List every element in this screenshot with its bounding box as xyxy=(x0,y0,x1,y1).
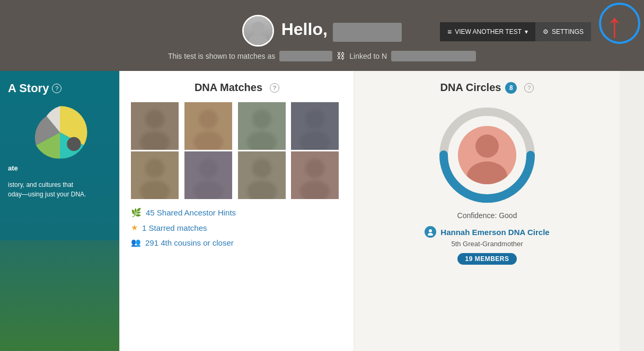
arrow-annotation: ↑ xyxy=(596,0,644,64)
circle-link-icon xyxy=(425,226,436,238)
circle-relation: 5th Great-Grandmother xyxy=(451,240,523,248)
svg-point-2 xyxy=(67,137,81,151)
circles-count-badge: 8 xyxy=(505,82,517,94)
dna-inner-avatar xyxy=(458,126,516,184)
header-content: Hello, This test is shown to matches as … xyxy=(168,15,476,61)
view-another-label: VIEW ANOTHER TEST xyxy=(455,28,522,35)
dna-matches-panel: DNA Matches ? xyxy=(120,71,354,351)
cousins-text: 291 4th cousins or closer xyxy=(145,238,234,247)
linked-label: Linked to N xyxy=(349,52,387,60)
leaf-icon: 🌿 xyxy=(131,208,142,218)
story-desc-line1: istory, and cultures that xyxy=(8,180,111,190)
dna-matches-title-text: DNA Matches xyxy=(195,82,262,94)
dna-stats-list: 🌿 45 Shared Ancestor Hints ★ 1 Starred m… xyxy=(131,208,343,247)
people-icon: 👥 xyxy=(131,238,141,247)
hello-text: Hello, xyxy=(281,20,328,39)
match-photo-7[interactable] xyxy=(238,151,286,199)
story-title: A Story xyxy=(8,82,49,95)
view-another-button[interactable]: ≡ VIEW ANOTHER TEST ▾ xyxy=(440,22,535,41)
ate-label: ate xyxy=(8,164,111,172)
dna-circles-title-text: DNA Circles xyxy=(440,82,501,94)
star-icon: ★ xyxy=(131,223,138,232)
header-top-bar: ≡ VIEW ANOTHER TEST ▾ ⚙ SETTINGS ↑ xyxy=(440,0,644,64)
match-photo-1[interactable] xyxy=(131,102,179,150)
svg-point-30 xyxy=(475,134,499,158)
story-desc-line2: oday—using just your DNA. xyxy=(8,190,111,199)
settings-button[interactable]: ⚙ SETTINGS xyxy=(535,22,591,41)
dna-circles-panel: DNA Circles 8 ? Confidence: Good xyxy=(355,71,620,351)
link-icon: ⛓ xyxy=(337,51,345,61)
test-name-blurred xyxy=(279,51,332,61)
starred-matches-text: 1 Starred matches xyxy=(142,223,207,232)
ethnicity-pie-chart xyxy=(31,103,89,161)
match-photo-2[interactable] xyxy=(184,102,232,150)
left-panel: A Story ? ate istory, and c xyxy=(0,71,119,351)
list-icon: ≡ xyxy=(447,28,452,36)
dna-matches-photo-grid xyxy=(131,102,343,199)
dna-circles-help-icon[interactable]: ? xyxy=(524,83,534,93)
avatar xyxy=(242,15,274,47)
circle-name-link[interactable]: Hannah Emerson DNA Circle xyxy=(440,228,549,237)
match-photo-6[interactable] xyxy=(184,151,232,199)
match-photo-3[interactable] xyxy=(238,102,286,150)
main-content: A Story ? ate istory, and c xyxy=(0,71,644,351)
settings-label: SETTINGS xyxy=(552,28,584,35)
circles-header: DNA Circles 8 ? xyxy=(365,82,609,94)
cousins-link[interactable]: 291 4th cousins or closer xyxy=(145,238,234,247)
hello-greeting: Hello, xyxy=(281,20,402,42)
gear-icon: ⚙ xyxy=(543,28,549,35)
stat-starred[interactable]: ★ 1 Starred matches xyxy=(131,223,343,232)
members-badge[interactable]: 19 MEMBERS xyxy=(457,253,516,265)
confidence-text: Confidence: Good xyxy=(457,211,517,220)
circle-link-row: Hannah Emerson DNA Circle xyxy=(425,226,549,238)
dna-matches-help-icon[interactable]: ? xyxy=(270,83,279,93)
stat-shared-ancestor[interactable]: 🌿 45 Shared Ancestor Hints xyxy=(131,208,343,218)
left-bottom-text: istory, and cultures that oday—using jus… xyxy=(8,180,111,199)
red-arrow-icon: ↑ xyxy=(606,8,623,42)
match-photo-5[interactable] xyxy=(131,151,179,199)
svg-point-0 xyxy=(252,22,264,34)
subtitle-text: This test is shown to matches as xyxy=(168,52,275,60)
match-photo-8[interactable] xyxy=(291,151,339,199)
hello-row: Hello, xyxy=(242,15,402,47)
subtitle-row: This test is shown to matches as ⛓ Linke… xyxy=(168,51,476,61)
dna-ring-container xyxy=(439,107,535,203)
svg-point-1 xyxy=(249,34,268,45)
dna-matches-title: DNA Matches ? xyxy=(131,82,343,94)
pie-chart-container xyxy=(8,103,111,161)
stat-cousins[interactable]: 👥 291 4th cousins or closer xyxy=(131,238,343,247)
username-blurred xyxy=(333,23,402,42)
story-help-icon[interactable]: ? xyxy=(52,84,61,93)
header: ≡ VIEW ANOTHER TEST ▾ ⚙ SETTINGS ↑ xyxy=(0,0,644,71)
match-photo-4[interactable] xyxy=(291,102,339,150)
svg-point-32 xyxy=(429,229,432,232)
avatar-silhouette xyxy=(244,16,272,45)
shared-ancestor-link[interactable]: 45 Shared Ancestor Hints xyxy=(146,208,236,217)
svg-point-33 xyxy=(428,233,433,236)
chevron-down-icon: ▾ xyxy=(525,28,528,35)
starred-matches-link[interactable]: 1 Starred matches xyxy=(142,223,207,232)
shared-ancestor-text: 45 Shared Ancestor Hints xyxy=(146,208,236,217)
